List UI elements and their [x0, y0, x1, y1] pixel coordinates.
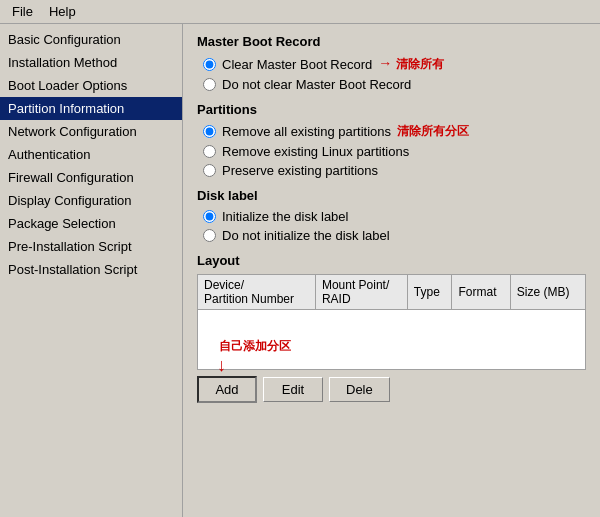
sidebar-item-basic-config[interactable]: Basic Configuration	[0, 28, 182, 51]
layout-section-title: Layout	[197, 253, 586, 268]
arrow-right-icon: →	[378, 55, 392, 71]
button-area: 自己添加分区 ↓ Add Edit Dele	[197, 376, 586, 403]
mbr-clear-radio[interactable]	[203, 58, 216, 71]
disk-label-noinit-radio[interactable]	[203, 229, 216, 242]
main-container: Basic Configuration Installation Method …	[0, 24, 600, 517]
col-mount: Mount Point/RAID	[315, 275, 407, 310]
sidebar-item-post-install-script[interactable]: Post-Installation Script	[0, 258, 182, 281]
disk-label-init-radio[interactable]	[203, 210, 216, 223]
layout-section: Layout Device/Partition Number Mount Poi…	[197, 253, 586, 403]
sidebar: Basic Configuration Installation Method …	[0, 24, 183, 517]
col-format: Format	[452, 275, 510, 310]
partitions-annotation: 清除所有分区	[397, 123, 469, 140]
partition-remove-linux-label: Remove existing Linux partitions	[222, 144, 409, 159]
disk-label-option-init: Initialize the disk label	[203, 209, 586, 224]
partition-preserve-radio[interactable]	[203, 164, 216, 177]
mbr-noclear-label: Do not clear Master Boot Record	[222, 77, 411, 92]
mbr-radio-group: Clear Master Boot Record → 清除所有 Do not c…	[203, 55, 586, 92]
sidebar-item-network-config[interactable]: Network Configuration	[0, 120, 182, 143]
partition-remove-all-radio[interactable]	[203, 125, 216, 138]
sidebar-item-display-config[interactable]: Display Configuration	[0, 189, 182, 212]
partitions-radio-group: Remove all existing partitions 清除所有分区 Re…	[203, 123, 586, 178]
layout-table: Device/Partition Number Mount Point/RAID…	[197, 274, 586, 370]
mbr-option-clear: Clear Master Boot Record → 清除所有	[203, 55, 586, 73]
mbr-noclear-radio[interactable]	[203, 78, 216, 91]
col-type: Type	[407, 275, 452, 310]
sidebar-item-firewall-config[interactable]: Firewall Configuration	[0, 166, 182, 189]
disk-label-radio-group: Initialize the disk label Do not initial…	[203, 209, 586, 243]
menubar: File Help	[0, 0, 600, 24]
sidebar-item-package-selection[interactable]: Package Selection	[0, 212, 182, 235]
sidebar-item-boot-loader[interactable]: Boot Loader Options	[0, 74, 182, 97]
partition-preserve-label: Preserve existing partitions	[222, 163, 378, 178]
edit-button[interactable]: Edit	[263, 377, 323, 402]
col-size: Size (MB)	[510, 275, 585, 310]
layout-table-header-row: Device/Partition Number Mount Point/RAID…	[198, 275, 586, 310]
add-button[interactable]: Add	[197, 376, 257, 403]
disk-label-section-title: Disk label	[197, 188, 586, 203]
partitions-section-title: Partitions	[197, 102, 586, 117]
disk-label-init-label: Initialize the disk label	[222, 209, 348, 224]
delete-button[interactable]: Dele	[329, 377, 390, 402]
mbr-annotation: → 清除所有	[378, 55, 443, 73]
partition-remove-linux-radio[interactable]	[203, 145, 216, 158]
sidebar-item-pre-install-script[interactable]: Pre-Installation Script	[0, 235, 182, 258]
disk-label-option-no-init: Do not initialize the disk label	[203, 228, 586, 243]
sidebar-item-partition-info[interactable]: Partition Information	[0, 97, 182, 120]
partition-option-remove-all: Remove all existing partitions 清除所有分区	[203, 123, 586, 140]
disk-label-noinit-label: Do not initialize the disk label	[222, 228, 390, 243]
partition-option-remove-linux: Remove existing Linux partitions	[203, 144, 586, 159]
sidebar-item-installation-method[interactable]: Installation Method	[0, 51, 182, 74]
mbr-section-title: Master Boot Record	[197, 34, 586, 49]
mbr-clear-label: Clear Master Boot Record	[222, 57, 372, 72]
partition-remove-all-label: Remove all existing partitions	[222, 124, 391, 139]
file-menu[interactable]: File	[4, 2, 41, 21]
mbr-option-no-clear: Do not clear Master Boot Record	[203, 77, 586, 92]
help-menu[interactable]: Help	[41, 2, 84, 21]
add-down-arrow-icon: ↓	[217, 356, 226, 374]
layout-button-row: Add Edit Dele	[197, 376, 586, 403]
col-device: Device/Partition Number	[198, 275, 316, 310]
content-area: Master Boot Record Clear Master Boot Rec…	[183, 24, 600, 517]
add-annotation-text: 自己添加分区	[219, 338, 291, 355]
partition-option-preserve: Preserve existing partitions	[203, 163, 586, 178]
sidebar-item-authentication[interactable]: Authentication	[0, 143, 182, 166]
